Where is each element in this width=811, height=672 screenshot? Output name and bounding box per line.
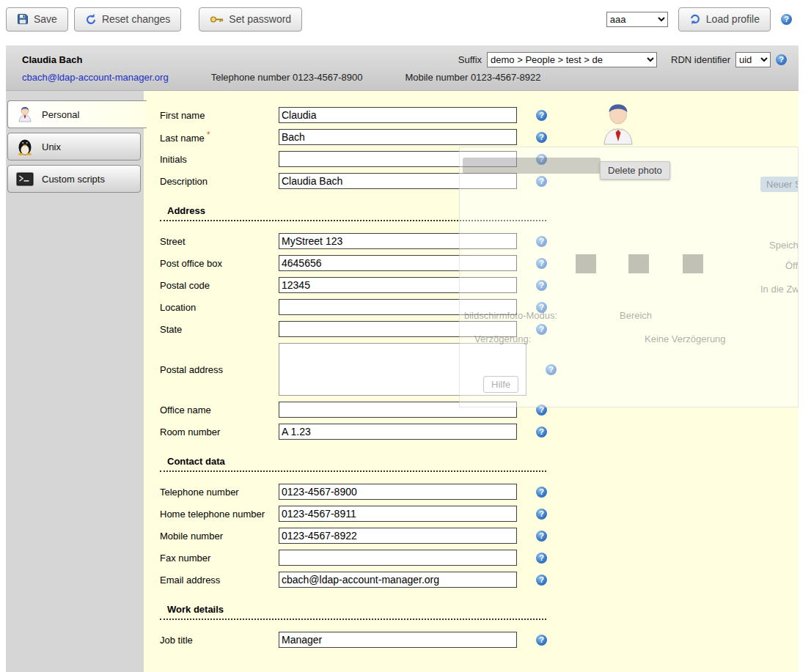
rdn-identifier-label: RDN identifier (671, 54, 730, 65)
toolbar-right-group: aaa Load profile ? (606, 7, 792, 32)
account-form: First name?Last name *?Initials?Descript… (160, 107, 799, 648)
sidebar-tabs: PersonalUnixCustom scripts (6, 100, 144, 193)
save-button[interactable]: Save (6, 7, 68, 32)
load-profile-button[interactable]: Load profile (678, 7, 771, 32)
help-icon[interactable]: ? (536, 531, 547, 542)
sidebar: PersonalUnixCustom scripts (6, 91, 144, 672)
telephone-number-input[interactable] (279, 484, 517, 500)
help-icon[interactable]: ? (776, 54, 787, 65)
form-row-street: Street? (160, 233, 799, 249)
field-label-fax-number: Fax number (160, 553, 279, 564)
street-input[interactable] (279, 233, 517, 249)
mobile-number-input[interactable] (279, 528, 517, 544)
help-icon[interactable]: ? (536, 176, 547, 187)
help-icon[interactable]: ? (536, 427, 547, 437)
home-telephone-number-input[interactable] (279, 506, 517, 522)
field-label-office-name: Office name (160, 405, 279, 416)
required-asterisk: * (205, 130, 210, 140)
form-row-last-name: Last name *? (160, 129, 799, 145)
email-address-input[interactable] (279, 572, 517, 588)
sidebar-tab-unix[interactable]: Unix (7, 133, 141, 160)
penguin-icon (15, 138, 34, 155)
help-icon[interactable]: ? (536, 405, 547, 416)
tab-label-personal: Personal (42, 109, 79, 120)
account-header-row1: Claudia Bach Suffix demo > People > test… (6, 45, 799, 69)
help-icon[interactable]: ? (536, 575, 547, 586)
field-label-email-address: Email address (160, 575, 279, 586)
help-icon[interactable]: ? (536, 302, 547, 313)
reset-changes-button[interactable]: Reset changes (74, 7, 181, 32)
job-title-input[interactable] (279, 632, 517, 648)
room-number-input[interactable] (279, 424, 517, 440)
help-icon[interactable]: ? (536, 132, 547, 143)
field-label-postal-code: Postal code (160, 280, 279, 291)
help-icon[interactable]: ? (536, 487, 547, 498)
account-email-link[interactable]: cbach@ldap-account-manager.org (22, 72, 169, 83)
save-label: Save (34, 13, 57, 25)
form-row-mobile-number: Mobile number? (160, 528, 799, 544)
location-input[interactable] (279, 299, 517, 315)
rdn-identifier-select[interactable]: uid (735, 52, 771, 67)
form-row-job-title: Job title? (160, 632, 799, 648)
help-icon[interactable]: ? (536, 553, 547, 564)
form-row-state: State? (160, 321, 799, 337)
state-input[interactable] (279, 321, 517, 337)
field-label-home-telephone-number: Home telephone number (160, 509, 279, 520)
help-icon[interactable]: ? (536, 154, 547, 165)
postal-code-input[interactable] (279, 277, 517, 293)
tab-label-custom-scripts: Custom scripts (42, 174, 105, 185)
sidebar-tab-custom-scripts[interactable]: Custom scripts (7, 165, 141, 193)
help-icon[interactable]: ? (536, 236, 547, 247)
suffix-label: Suffix (458, 54, 482, 65)
suffix-select[interactable]: demo > People > test > de (487, 52, 657, 67)
user-photo (601, 103, 635, 147)
last-name-input[interactable] (279, 129, 517, 145)
tab-label-unix: Unix (42, 141, 61, 152)
field-label-first-name: First name (160, 110, 279, 121)
form-row-description: Description? (160, 173, 799, 189)
help-icon[interactable]: ? (781, 14, 792, 25)
header-mobile-text: Mobile number 0123-4567-8922 (405, 72, 540, 83)
form-row-post-office-box: Post office box? (160, 255, 799, 271)
profile-select[interactable]: aaa (606, 12, 668, 27)
sidebar-tab-personal[interactable]: Personal (7, 100, 147, 128)
undo-arrow-icon (85, 13, 97, 25)
help-icon[interactable]: ? (536, 280, 547, 291)
post-office-box-input[interactable] (279, 255, 517, 271)
delete-photo-button[interactable]: Delete photo (600, 161, 670, 180)
form-row-email-address: Email address? (160, 572, 799, 588)
reload-arrow-icon (689, 13, 701, 25)
help-icon[interactable]: ? (536, 258, 547, 269)
field-label-state: State (160, 324, 279, 335)
field-label-room-number: Room number (160, 427, 279, 437)
description-input[interactable] (279, 173, 517, 189)
account-title: Claudia Bach (22, 54, 82, 65)
reset-changes-label: Reset changes (102, 13, 170, 25)
header-telephone-text: Telephone number 0123-4567-8900 (211, 72, 363, 83)
help-icon[interactable]: ? (536, 635, 547, 646)
account-header: Claudia Bach Suffix demo > People > test… (6, 45, 799, 91)
person-icon (15, 106, 34, 122)
key-icon (210, 15, 224, 23)
help-icon[interactable]: ? (536, 110, 547, 121)
field-label-job-title: Job title (160, 635, 279, 646)
initials-input[interactable] (279, 151, 517, 167)
form-row-postal-address: Postal address? (160, 343, 799, 396)
postal-address-input[interactable] (279, 343, 526, 396)
field-label-location: Location (160, 302, 279, 313)
form-row-office-name: Office name? (160, 402, 799, 418)
header-controls: Suffix demo > People > test > de RDN ide… (458, 52, 787, 67)
office-name-input[interactable] (279, 402, 517, 418)
help-icon[interactable]: ? (536, 324, 547, 335)
help-icon[interactable]: ? (536, 509, 547, 520)
first-name-input[interactable] (279, 107, 517, 123)
form-row-location: Location? (160, 299, 799, 315)
fax-number-input[interactable] (279, 550, 517, 566)
set-password-button[interactable]: Set password (199, 7, 302, 32)
form-row-fax-number: Fax number? (160, 550, 799, 566)
form-row-room-number: Room number? (160, 424, 799, 440)
help-icon[interactable]: ? (546, 364, 557, 375)
terminal-icon (15, 172, 34, 186)
section-header-contact-data: Contact data (160, 456, 546, 472)
account-header-row2: cbach@ldap-account-manager.org Telephone… (6, 69, 799, 90)
